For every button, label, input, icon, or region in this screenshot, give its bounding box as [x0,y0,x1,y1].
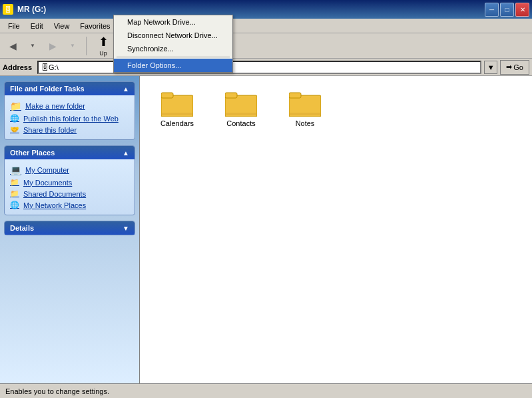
window-icon: 🗄 [3,4,13,15]
make-folder-icon: 📁 [10,101,21,111]
menu-item-folder-options[interactable]: Folder Options... [114,59,232,72]
my-documents-icon: 📁 [10,178,19,187]
my-network-places-link[interactable]: 🌐 My Network Places [7,199,132,211]
file-folder-tasks-toggle: ▲ [123,85,129,93]
svg-rect-1 [161,93,173,98]
menu-item-map-network-drive[interactable]: Map Network Drive... [114,15,232,29]
title-bar: 🗄 MR (G:) ─ □ ✕ [0,0,532,19]
up-button[interactable]: ⬆ Up [90,33,117,59]
details-toggle: ▼ [123,225,129,232]
my-documents-label: My Documents [23,179,72,187]
share-folder-link[interactable]: 🤝 Share this folder [7,124,132,135]
my-computer-label: My Computer [25,166,69,174]
publish-icon: 🌐 [10,114,19,123]
main-area: File and Folder Tasks ▲ 📁 Make a new fol… [0,76,532,383]
folder-contacts[interactable]: Contacts [214,87,268,131]
shared-documents-link[interactable]: 📁 Shared Documents [7,188,132,199]
share-folder-label: Share this folder [23,126,77,134]
minimize-button[interactable]: ─ [485,3,499,17]
my-computer-link[interactable]: 💻 My Computer [7,163,132,177]
toolbar-separator-1 [86,37,87,55]
back-button[interactable]: ◀ [3,37,23,55]
svg-rect-7 [289,93,301,98]
svg-rect-5 [225,113,257,115]
network-places-icon: 🌐 [10,201,19,209]
folder-label-contacts: Contacts [226,119,255,127]
window-controls: ─ □ ✕ [485,3,529,17]
up-label: Up [99,50,107,57]
details-title: Details [10,224,34,232]
file-folder-tasks-title: File and Folder Tasks [10,85,85,93]
address-dropdown[interactable]: ▼ [484,61,497,74]
close-button[interactable]: ✕ [515,3,529,17]
up-icon: ⬆ [99,35,109,49]
details-header[interactable]: Details ▼ [5,221,134,235]
my-network-places-label: My Network Places [23,201,86,209]
make-new-folder-link[interactable]: 📁 Make a new folder [7,99,132,113]
go-arrow-icon: ➡ [506,63,512,71]
menu-item-synchronize[interactable]: Synchronize... [114,42,232,55]
folder-calendars[interactable]: Calendars [150,87,204,131]
details-section: Details ▼ [4,221,135,235]
file-folder-tasks-header[interactable]: File and Folder Tasks ▲ [5,82,134,95]
other-places-title: Other Places [10,149,55,157]
address-label: Address [3,63,35,71]
other-places-toggle: ▲ [123,149,129,157]
folder-icon-calendars [161,90,193,117]
my-computer-icon: 💻 [10,165,21,175]
status-text: Enables you to change settings. [5,387,109,395]
publish-folder-link[interactable]: 🌐 Publish this folder to the Web [7,113,132,124]
my-documents-link[interactable]: 📁 My Documents [7,177,132,188]
address-input[interactable]: 🗄 G:\ [37,61,481,74]
menu-view[interactable]: View [49,21,75,31]
folder-icon-contacts [225,90,257,117]
svg-rect-2 [161,113,193,115]
left-panel: File and Folder Tasks ▲ 📁 Make a new fol… [0,76,140,383]
address-value: G:\ [49,63,59,71]
menu-separator [117,57,230,57]
publish-folder-label: Publish this folder to the Web [23,115,119,123]
address-icon: 🗄 [41,63,49,71]
shared-documents-icon: 📁 [10,189,19,198]
make-new-folder-label: Make a new folder [25,102,85,110]
back-dropdown[interactable]: ▼ [23,37,43,55]
file-folder-tasks-content: 📁 Make a new folder 🌐 Publish this folde… [5,95,134,139]
go-label: Go [513,63,523,71]
file-area: Calendars Contacts Notes [140,76,532,383]
menu-edit[interactable]: Edit [25,21,49,31]
svg-rect-8 [289,113,321,115]
toolbar: ◀ ▼ ▶ ▼ ⬆ Up 🔍 Search 📁 Folders ▤ Views [0,33,532,59]
shared-documents-label: Shared Documents [23,190,86,198]
status-bar: Enables you to change settings. [0,383,532,398]
address-bar: Address 🗄 G:\ ▼ ➡ Go [0,59,532,76]
other-places-content: 💻 My Computer 📁 My Documents 📁 Shared Do… [5,159,134,215]
folder-icon-notes [289,90,321,117]
menu-bar: File Edit View Favorites Tools Help [0,19,532,33]
other-places-section: Other Places ▲ 💻 My Computer 📁 My Docume… [4,145,135,215]
tools-dropdown: Map Network Drive... Disconnect Network … [113,15,233,73]
folder-label-calendars: Calendars [160,119,194,127]
window-title: MR (G:) [17,5,46,14]
folder-notes[interactable]: Notes [278,87,332,131]
forward-button[interactable]: ▶ [43,37,63,55]
folder-label-notes: Notes [296,119,315,127]
menu-file[interactable]: File [3,21,25,31]
menu-favorites[interactable]: Favorites [75,21,115,31]
svg-rect-4 [225,93,237,98]
go-button[interactable]: ➡ Go [500,60,529,75]
title-bar-left: 🗄 MR (G:) [3,4,46,15]
maximize-button[interactable]: □ [500,3,514,17]
share-icon: 🤝 [10,125,19,134]
menu-item-disconnect-network-drive[interactable]: Disconnect Network Drive... [114,29,232,42]
nav-buttons: ◀ ▼ ▶ ▼ [3,37,83,55]
file-folder-tasks-section: File and Folder Tasks ▲ 📁 Make a new fol… [4,81,135,140]
forward-dropdown[interactable]: ▼ [63,37,83,55]
other-places-header[interactable]: Other Places ▲ [5,146,134,159]
